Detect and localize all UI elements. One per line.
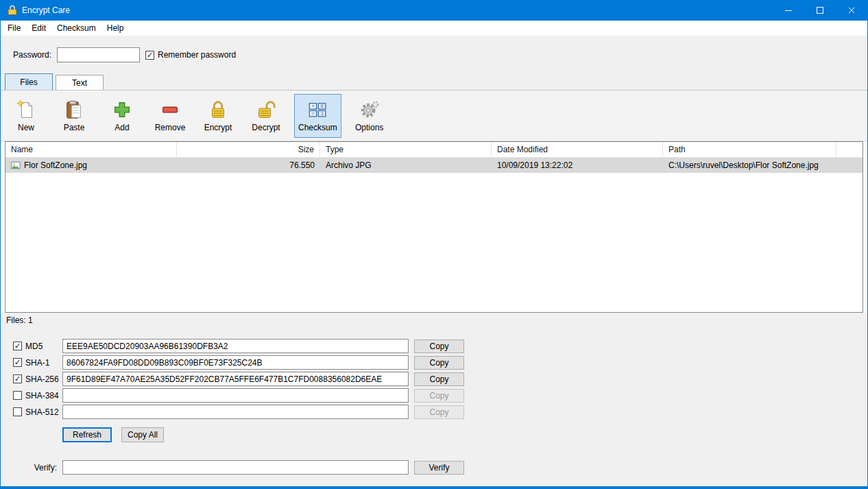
checksum-algorithm-label: MD5 xyxy=(25,342,43,351)
checksum-row-sha-1: ✓SHA-1Copy xyxy=(13,355,867,370)
checksum-row-md5: ✓MD5Copy xyxy=(13,339,867,353)
gear-icon xyxy=(359,99,380,121)
menu-item-checksum[interactable]: Checksum xyxy=(51,21,101,36)
toolbar-button-paste[interactable]: Paste xyxy=(54,94,94,138)
menubar: FileEditChecksumHelp xyxy=(1,21,867,36)
checksum-value-md5[interactable] xyxy=(62,339,409,353)
toolbar-button-new[interactable]: New xyxy=(6,94,46,138)
svg-text:=: = xyxy=(312,110,315,117)
checksum-value-sha-384[interactable] xyxy=(62,388,409,403)
remember-password-option[interactable]: ✓ Remember password xyxy=(145,50,236,60)
column-header-name[interactable]: Name xyxy=(5,142,177,157)
copy-button-sha-1[interactable]: Copy xyxy=(414,356,464,370)
window-title: Encrypt Care xyxy=(22,5,70,15)
file-path-cell: C:\Users\ruvel\Desktop\Flor SoftZone.jpg xyxy=(663,158,836,173)
verify-button[interactable]: Verify xyxy=(414,461,464,475)
checksum-toggle-sha-256[interactable]: ✓SHA-256 xyxy=(13,374,62,384)
file-name: Flor SoftZone.jpg xyxy=(24,160,87,170)
toolbar-button-encrypt[interactable]: Encrypt xyxy=(198,94,238,138)
minimize-button[interactable] xyxy=(773,0,804,21)
copy-button-sha-256[interactable]: Copy xyxy=(414,372,464,386)
toolbar-button-remove[interactable]: Remove xyxy=(150,94,190,138)
column-header-path[interactable]: Path xyxy=(663,142,836,157)
refresh-button[interactable]: Refresh xyxy=(62,427,112,442)
menu-item-file[interactable]: File xyxy=(2,21,26,36)
new-document-icon xyxy=(16,99,36,121)
checkbox-sha-512[interactable] xyxy=(13,407,22,416)
copy-all-button[interactable]: Copy All xyxy=(121,427,164,442)
verify-label: Verify: xyxy=(13,463,57,473)
table-row[interactable]: Flor SoftZone.jpg76.550Archivo JPG10/09/… xyxy=(5,158,863,173)
checksum-value-sha-512[interactable] xyxy=(62,405,409,419)
checkbox-sha-1[interactable]: ✓ xyxy=(13,358,22,367)
toolbar-button-options[interactable]: Options xyxy=(350,94,389,138)
password-input[interactable] xyxy=(57,47,140,62)
lock-open-icon xyxy=(256,99,276,121)
maximize-icon xyxy=(817,7,823,14)
app-icon xyxy=(7,5,18,16)
table-body: Flor SoftZone.jpg76.550Archivo JPG10/09/… xyxy=(5,158,863,173)
verify-input[interactable] xyxy=(62,460,409,475)
file-name-cell: Flor SoftZone.jpg xyxy=(5,158,177,173)
toolbar-button-label: Decrypt xyxy=(252,123,280,132)
checksum-toggle-sha-384[interactable]: SHA-384 xyxy=(13,391,62,401)
checksum-row-sha-512: SHA-512Copy xyxy=(13,405,867,419)
toolbar-button-label: Checksum xyxy=(298,123,337,132)
toolbar-button-checksum[interactable]: +8=3Checksum xyxy=(294,94,341,138)
lock-closed-icon xyxy=(208,99,228,121)
image-file-icon xyxy=(11,160,21,170)
checksum-toggle-sha-512[interactable]: SHA-512 xyxy=(13,407,62,417)
app-window: Encrypt Care FileEditChecksumHelp Passwo… xyxy=(0,0,868,489)
tab-text[interactable]: Text xyxy=(56,75,104,90)
checkbox-md5[interactable]: ✓ xyxy=(13,342,22,350)
checksum-actions: Refresh Copy All xyxy=(62,427,867,442)
close-icon xyxy=(848,7,855,14)
files-count-label: Files: 1 xyxy=(6,315,33,325)
maximize-button[interactable] xyxy=(804,0,836,21)
toolbar-button-label: Options xyxy=(355,123,383,132)
toolbar: NewPasteAddRemoveEncryptDecrypt+8=3Check… xyxy=(1,91,867,141)
tab-strip: FilesText xyxy=(1,74,867,91)
checksum-section: ✓MD5Copy✓SHA-1Copy✓SHA-256CopySHA-384Cop… xyxy=(1,328,867,486)
add-plus-icon xyxy=(112,99,132,121)
checksum-grid-icon: +8=3 xyxy=(307,99,328,121)
checksum-algorithm-label: SHA-512 xyxy=(25,407,59,417)
password-section: Password: ✓ Remember password xyxy=(1,36,867,74)
checksum-value-sha-256[interactable] xyxy=(62,372,409,386)
toolbar-button-label: Add xyxy=(114,123,129,132)
status-bar: Files: 1 xyxy=(1,313,867,328)
checkbox-sha-256[interactable]: ✓ xyxy=(13,374,22,383)
clipboard-paste-icon xyxy=(64,99,84,121)
copy-button-sha-384: Copy xyxy=(414,389,464,403)
remember-password-checkbox[interactable]: ✓ xyxy=(145,51,154,60)
checkbox-sha-384[interactable] xyxy=(13,391,22,400)
checksum-toggle-md5[interactable]: ✓MD5 xyxy=(13,342,62,351)
tab-files[interactable]: Files xyxy=(5,73,53,90)
toolbar-button-label: Encrypt xyxy=(204,123,232,132)
file-date-modified-cell: 10/09/2019 13:22:02 xyxy=(492,158,663,173)
titlebar[interactable]: Encrypt Care xyxy=(1,0,867,21)
checksum-list: ✓MD5Copy✓SHA-1Copy✓SHA-256CopySHA-384Cop… xyxy=(1,339,867,419)
checksum-toggle-sha-1[interactable]: ✓SHA-1 xyxy=(13,358,62,368)
checksum-algorithm-label: SHA-256 xyxy=(25,374,59,384)
toolbar-button-add[interactable]: Add xyxy=(102,94,142,138)
column-header-date-modified[interactable]: Date Modified xyxy=(492,142,663,157)
remember-password-label: Remember password xyxy=(158,50,236,60)
menu-item-edit[interactable]: Edit xyxy=(26,21,51,36)
close-button[interactable] xyxy=(836,0,867,21)
table-header: NameSizeTypeDate ModifiedPath xyxy=(5,142,863,158)
checksum-value-sha-1[interactable] xyxy=(62,355,409,370)
file-type-cell: Archivo JPG xyxy=(320,158,492,173)
password-label: Password: xyxy=(13,50,51,60)
copy-button-md5[interactable]: Copy xyxy=(414,339,464,353)
copy-button-sha-512: Copy xyxy=(414,405,464,419)
checksum-algorithm-label: SHA-1 xyxy=(25,358,49,368)
file-table: NameSizeTypeDate ModifiedPath Flor SoftZ… xyxy=(5,141,863,313)
column-header-size[interactable]: Size xyxy=(177,142,320,157)
toolbar-button-label: Paste xyxy=(64,123,85,132)
checksum-row-sha-384: SHA-384Copy xyxy=(13,388,867,403)
menu-item-help[interactable]: Help xyxy=(101,21,130,36)
toolbar-button-decrypt[interactable]: Decrypt xyxy=(246,94,286,138)
column-header-type[interactable]: Type xyxy=(320,142,492,157)
minimize-icon xyxy=(785,7,792,14)
